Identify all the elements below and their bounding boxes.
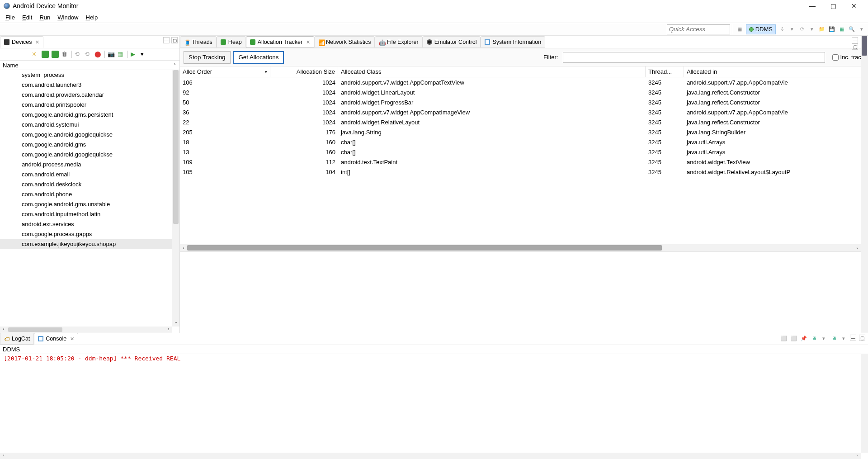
console-toolbar-icon-1[interactable]: ⬜ — [780, 335, 788, 342]
get-allocations-button[interactable]: Get Allocations — [233, 51, 284, 64]
start-method-profiling-icon[interactable]: ⟲ — [85, 51, 92, 58]
allocation-horizontal-scrollbar[interactable]: ‹ › — [180, 244, 861, 251]
process-row[interactable]: com.google.android.googlequickse — [0, 130, 172, 140]
update-threads-icon[interactable]: ⟲ — [75, 51, 82, 58]
scroll-right-icon[interactable]: › — [854, 246, 861, 251]
process-row[interactable]: com.android.launcher3 — [0, 80, 172, 90]
stop-process-icon[interactable]: ⬤ — [94, 51, 102, 58]
allocation-row[interactable]: 221024android.widget.RelativeLayout3245j… — [180, 117, 861, 127]
tab-devices[interactable]: Devices ✕ — [0, 36, 43, 48]
maximize-view-button[interactable]: ▢ — [171, 37, 178, 43]
process-row[interactable]: android.ext.services — [0, 219, 172, 229]
scrollbar-thumb[interactable] — [187, 245, 662, 251]
open-console-icon[interactable]: 🖥 — [830, 335, 837, 342]
process-row[interactable]: com.android.inputmethod.latin — [0, 209, 172, 219]
tab-heap[interactable]: Heap — [217, 36, 246, 48]
cause-gc-icon[interactable]: 🗑 — [61, 51, 69, 58]
view-menu-icon[interactable]: ▾ — [141, 51, 148, 58]
process-row[interactable]: com.google.android.googlequickse — [0, 150, 172, 160]
tab-allocation-tracker[interactable]: Allocation Tracker ✕ — [246, 36, 314, 48]
process-row[interactable]: com.google.android.gms.persistent — [0, 110, 172, 120]
toolbar-icon-1[interactable]: ⇩ — [778, 26, 786, 33]
toolbar-icon-4[interactable]: ▾ — [808, 26, 816, 33]
menu-help[interactable]: Help — [82, 13, 101, 22]
process-row[interactable]: com.example.jikeyoujikeyou.shopap — [0, 239, 172, 249]
devices-column-header[interactable]: Name ˄ — [0, 60, 179, 70]
column-allocated-class[interactable]: Allocated Class — [338, 66, 646, 77]
process-row[interactable]: com.android.phone — [0, 189, 172, 199]
process-row[interactable]: com.android.providers.calendar — [0, 90, 172, 100]
tab-threads[interactable]: 🧵 Threads — [180, 36, 217, 48]
column-thread[interactable]: Thread... — [646, 66, 684, 77]
tab-file-explorer[interactable]: 🤖 File Explorer — [375, 36, 422, 48]
close-icon[interactable]: ✕ — [306, 39, 310, 45]
filter-input[interactable] — [563, 52, 825, 63]
editor-area-scrollbar[interactable] — [861, 36, 868, 333]
scroll-left-icon[interactable]: ‹ — [0, 453, 7, 459]
scroll-right-icon[interactable]: › — [854, 453, 861, 459]
menu-edit[interactable]: Edit — [19, 13, 36, 22]
dump-view-icon[interactable]: ▦ — [118, 51, 125, 58]
tab-network-stats[interactable]: 📶 Network Statistics — [314, 36, 375, 48]
allocation-row[interactable]: 361024android.support.v7.widget.AppCompa… — [180, 107, 861, 117]
allocation-row[interactable]: 109112android.text.TextPaint3245android.… — [180, 157, 861, 167]
perspective-ddms[interactable]: DDMS — [746, 24, 776, 34]
tab-console[interactable]: Console ✕ — [34, 333, 78, 345]
allocation-row[interactable]: 205176java.lang.String3245java.lang.Stri… — [180, 127, 861, 137]
dump-hprof-icon[interactable] — [52, 51, 59, 58]
column-allocation-size[interactable]: Allocation Size — [270, 66, 338, 77]
process-row[interactable]: com.google.android.gms.unstable — [0, 199, 172, 209]
menu-run[interactable]: Run — [36, 13, 54, 22]
allocation-row[interactable]: 501024android.widget.ProgressBar3245java… — [180, 97, 861, 107]
process-row[interactable]: com.google.process.gapps — [0, 229, 172, 239]
quick-access-input[interactable] — [667, 24, 730, 34]
console-horizontal-scrollbar[interactable]: ‹› — [0, 453, 861, 459]
allocation-row[interactable]: 105104int[]3245android.widget.RelativeLa… — [180, 167, 861, 177]
process-row[interactable]: com.android.deskclock — [0, 180, 172, 189]
console-dropdown-icon[interactable]: ▾ — [820, 335, 827, 342]
close-icon[interactable]: ✕ — [70, 336, 74, 342]
toolbar-icon-5[interactable]: 📁 — [818, 26, 826, 33]
process-row[interactable]: com.android.systemui — [0, 120, 172, 130]
screenshot-icon[interactable]: 📷 — [108, 51, 115, 58]
minimize-view-button[interactable]: — — [852, 37, 858, 43]
open-perspective-icon[interactable]: ▦ — [736, 26, 743, 33]
toolbar-icon-2[interactable]: ▾ — [788, 26, 796, 33]
menu-window[interactable]: Window — [54, 13, 82, 22]
process-row[interactable]: com.android.email — [0, 170, 172, 180]
allocation-row[interactable]: 1061024android.support.v7.widget.AppComp… — [180, 77, 861, 87]
allocation-row[interactable]: 13160char[]3245java.util.Arrays — [180, 147, 861, 157]
toolbar-icon-3[interactable]: ⟳ — [798, 26, 806, 33]
toolbar-icon-8[interactable]: 🔍 — [848, 26, 855, 33]
menu-file[interactable]: File — [2, 13, 19, 22]
column-alloc-order[interactable]: Alloc Order ▾ — [180, 66, 270, 77]
devices-horizontal-scrollbar[interactable]: ‹ › — [0, 327, 172, 333]
maximize-view-button[interactable]: ▢ — [852, 43, 858, 50]
window-minimize-button[interactable]: — — [802, 0, 823, 12]
minimize-view-button[interactable]: — — [163, 37, 170, 43]
process-row[interactable]: system_process — [0, 70, 172, 80]
toolbar-icon-7[interactable]: ▦ — [838, 26, 845, 33]
stop-tracking-button[interactable]: Stop Tracking — [184, 51, 231, 64]
scroll-down-icon[interactable]: ⌄ — [172, 319, 179, 327]
devices-vertical-scrollbar[interactable]: ⌄ — [172, 70, 179, 327]
minimize-view-button[interactable]: — — [850, 335, 856, 341]
scroll-right-icon[interactable]: › — [165, 327, 172, 333]
console-dropdown-icon-2[interactable]: ▾ — [840, 335, 847, 342]
inc-trace-checkbox-input[interactable] — [832, 54, 839, 61]
scroll-left-icon[interactable]: ‹ — [0, 327, 7, 333]
window-maximize-button[interactable]: ▢ — [823, 0, 844, 12]
process-row[interactable]: com.google.android.gms — [0, 140, 172, 150]
display-console-icon[interactable]: 🖥 — [810, 335, 817, 342]
console-body[interactable]: [2017-01-21 18:05:20 - ddm-heap] *** Rec… — [0, 354, 868, 459]
close-icon[interactable]: ✕ — [35, 39, 39, 45]
process-row[interactable]: com.android.printspooler — [0, 100, 172, 110]
debug-icon[interactable]: ✳ — [32, 51, 39, 58]
tab-emulator-control[interactable]: Emulator Control — [423, 36, 481, 48]
inc-trace-checkbox[interactable]: Inc. trace — [832, 54, 864, 61]
toolbar-icon-6[interactable]: 💾 — [828, 26, 835, 33]
allocation-row[interactable]: 921024android.widget.LinearLayout3245jav… — [180, 87, 861, 97]
process-row[interactable]: android.process.media — [0, 160, 172, 170]
maximize-view-button[interactable]: ▢ — [859, 335, 865, 341]
update-heap-icon[interactable] — [42, 51, 49, 58]
